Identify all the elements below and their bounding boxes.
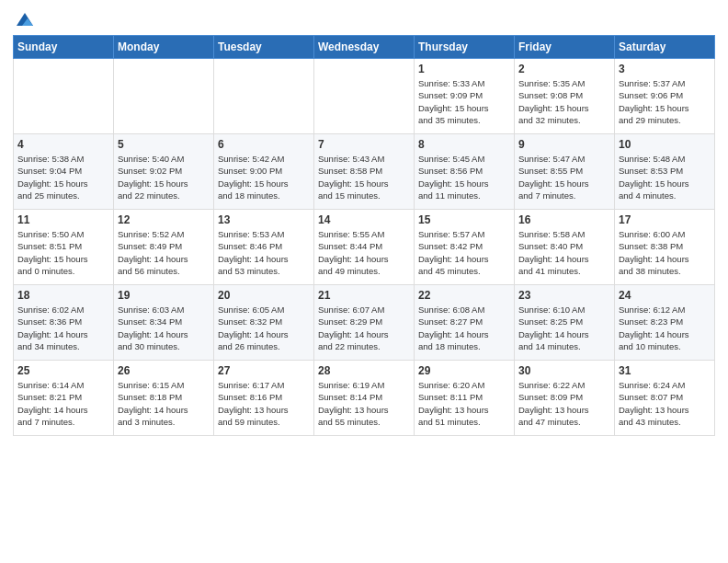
logo-icon: [15, 9, 35, 29]
day-number: 18: [17, 289, 109, 302]
day-number: 9: [518, 138, 610, 151]
calendar-table: SundayMondayTuesdayWednesdayThursdayFrid…: [13, 35, 715, 436]
day-info: Sunrise: 5:47 AMSunset: 8:55 PMDaylight:…: [518, 153, 610, 201]
day-number: 21: [318, 289, 410, 302]
day-info: Sunrise: 6:20 AMSunset: 8:11 PMDaylight:…: [418, 379, 510, 428]
calendar-cell: 3Sunrise: 5:37 AMSunset: 9:06 PMDaylight…: [615, 59, 715, 134]
day-number: 23: [518, 289, 610, 302]
weekday-thursday: Thursday: [415, 36, 515, 59]
day-number: 17: [619, 213, 711, 226]
day-info: Sunrise: 5:53 AMSunset: 8:46 PMDaylight:…: [218, 228, 310, 277]
week-row-4: 18Sunrise: 6:02 AMSunset: 8:36 PMDayligh…: [14, 285, 715, 361]
day-info: Sunrise: 5:40 AMSunset: 9:02 PMDaylight:…: [118, 153, 210, 201]
calendar-cell: 17Sunrise: 6:00 AMSunset: 8:38 PMDayligh…: [615, 210, 715, 285]
day-info: Sunrise: 5:38 AMSunset: 9:04 PMDaylight:…: [17, 153, 109, 201]
day-info: Sunrise: 5:50 AMSunset: 8:51 PMDaylight:…: [17, 228, 109, 277]
logo: [13, 9, 35, 29]
calendar-cell: 20Sunrise: 6:05 AMSunset: 8:32 PMDayligh…: [214, 285, 314, 361]
day-number: 13: [218, 213, 310, 226]
day-info: Sunrise: 6:05 AMSunset: 8:32 PMDaylight:…: [218, 304, 310, 352]
calendar-cell: 10Sunrise: 5:48 AMSunset: 8:53 PMDayligh…: [615, 134, 715, 210]
day-number: 24: [619, 289, 711, 302]
calendar-cell: 16Sunrise: 5:58 AMSunset: 8:40 PMDayligh…: [515, 210, 615, 285]
calendar-cell: [314, 59, 415, 134]
day-number: 28: [318, 364, 410, 377]
day-info: Sunrise: 6:08 AMSunset: 8:27 PMDaylight:…: [418, 304, 510, 352]
day-number: 5: [118, 138, 210, 151]
calendar-cell: 6Sunrise: 5:42 AMSunset: 9:00 PMDaylight…: [214, 134, 314, 210]
calendar-cell: 9Sunrise: 5:47 AMSunset: 8:55 PMDaylight…: [515, 134, 615, 210]
day-info: Sunrise: 6:02 AMSunset: 8:36 PMDaylight:…: [17, 304, 109, 352]
day-info: Sunrise: 6:12 AMSunset: 8:23 PMDaylight:…: [619, 304, 711, 352]
calendar-cell: 23Sunrise: 6:10 AMSunset: 8:25 PMDayligh…: [515, 285, 615, 361]
week-row-3: 11Sunrise: 5:50 AMSunset: 8:51 PMDayligh…: [14, 210, 715, 285]
day-info: Sunrise: 5:35 AMSunset: 9:08 PMDaylight:…: [518, 77, 610, 126]
day-number: 20: [218, 289, 310, 302]
day-number: 4: [17, 138, 109, 151]
calendar-cell: 5Sunrise: 5:40 AMSunset: 9:02 PMDaylight…: [114, 134, 214, 210]
calendar-cell: 2Sunrise: 5:35 AMSunset: 9:08 PMDaylight…: [515, 59, 615, 134]
day-number: 8: [418, 138, 510, 151]
day-info: Sunrise: 6:14 AMSunset: 8:21 PMDaylight:…: [17, 379, 109, 428]
day-number: 29: [418, 364, 510, 377]
header: [13, 9, 715, 29]
calendar-cell: [14, 59, 114, 134]
day-number: 6: [218, 138, 310, 151]
calendar-cell: 24Sunrise: 6:12 AMSunset: 8:23 PMDayligh…: [615, 285, 715, 361]
calendar-cell: 22Sunrise: 6:08 AMSunset: 8:27 PMDayligh…: [415, 285, 515, 361]
calendar-cell: 14Sunrise: 5:55 AMSunset: 8:44 PMDayligh…: [314, 210, 415, 285]
calendar-cell: 29Sunrise: 6:20 AMSunset: 8:11 PMDayligh…: [415, 361, 515, 436]
calendar-cell: 25Sunrise: 6:14 AMSunset: 8:21 PMDayligh…: [14, 361, 114, 436]
day-info: Sunrise: 5:33 AMSunset: 9:09 PMDaylight:…: [418, 77, 510, 126]
weekday-friday: Friday: [515, 36, 615, 59]
day-number: 30: [518, 364, 610, 377]
calendar-cell: 21Sunrise: 6:07 AMSunset: 8:29 PMDayligh…: [314, 285, 415, 361]
day-info: Sunrise: 5:55 AMSunset: 8:44 PMDaylight:…: [318, 228, 410, 277]
day-number: 25: [17, 364, 109, 377]
calendar-cell: 12Sunrise: 5:52 AMSunset: 8:49 PMDayligh…: [114, 210, 214, 285]
day-info: Sunrise: 6:07 AMSunset: 8:29 PMDaylight:…: [318, 304, 410, 352]
day-number: 19: [118, 289, 210, 302]
calendar-cell: [214, 59, 314, 134]
calendar-cell: 13Sunrise: 5:53 AMSunset: 8:46 PMDayligh…: [214, 210, 314, 285]
calendar-cell: 7Sunrise: 5:43 AMSunset: 8:58 PMDaylight…: [314, 134, 415, 210]
calendar-cell: 28Sunrise: 6:19 AMSunset: 8:14 PMDayligh…: [314, 361, 415, 436]
day-number: 3: [619, 63, 711, 75]
calendar-cell: 27Sunrise: 6:17 AMSunset: 8:16 PMDayligh…: [214, 361, 314, 436]
calendar-cell: [114, 59, 214, 134]
day-info: Sunrise: 5:52 AMSunset: 8:49 PMDaylight:…: [118, 228, 210, 277]
day-info: Sunrise: 5:45 AMSunset: 8:56 PMDaylight:…: [418, 153, 510, 201]
calendar-cell: 1Sunrise: 5:33 AMSunset: 9:09 PMDaylight…: [415, 59, 515, 134]
weekday-wednesday: Wednesday: [314, 36, 415, 59]
day-number: 22: [418, 289, 510, 302]
day-number: 31: [619, 364, 711, 377]
day-info: Sunrise: 5:43 AMSunset: 8:58 PMDaylight:…: [318, 153, 410, 201]
day-number: 2: [518, 63, 610, 75]
day-number: 10: [619, 138, 711, 151]
day-number: 14: [318, 213, 410, 226]
week-row-5: 25Sunrise: 6:14 AMSunset: 8:21 PMDayligh…: [14, 361, 715, 436]
day-number: 27: [218, 364, 310, 377]
day-info: Sunrise: 5:57 AMSunset: 8:42 PMDaylight:…: [418, 228, 510, 277]
day-info: Sunrise: 6:22 AMSunset: 8:09 PMDaylight:…: [518, 379, 610, 428]
day-number: 7: [318, 138, 410, 151]
calendar-cell: 19Sunrise: 6:03 AMSunset: 8:34 PMDayligh…: [114, 285, 214, 361]
calendar-cell: 26Sunrise: 6:15 AMSunset: 8:18 PMDayligh…: [114, 361, 214, 436]
day-number: 26: [118, 364, 210, 377]
day-number: 11: [17, 213, 109, 226]
day-info: Sunrise: 6:10 AMSunset: 8:25 PMDaylight:…: [518, 304, 610, 352]
calendar-cell: 8Sunrise: 5:45 AMSunset: 8:56 PMDaylight…: [415, 134, 515, 210]
day-info: Sunrise: 5:58 AMSunset: 8:40 PMDaylight:…: [518, 228, 610, 277]
day-info: Sunrise: 5:42 AMSunset: 9:00 PMDaylight:…: [218, 153, 310, 201]
weekday-monday: Monday: [114, 36, 214, 59]
weekday-tuesday: Tuesday: [214, 36, 314, 59]
day-info: Sunrise: 6:24 AMSunset: 8:07 PMDaylight:…: [619, 379, 711, 428]
calendar-cell: 18Sunrise: 6:02 AMSunset: 8:36 PMDayligh…: [14, 285, 114, 361]
day-number: 1: [418, 63, 510, 75]
day-info: Sunrise: 6:19 AMSunset: 8:14 PMDaylight:…: [318, 379, 410, 428]
day-info: Sunrise: 6:17 AMSunset: 8:16 PMDaylight:…: [218, 379, 310, 428]
day-number: 12: [118, 213, 210, 226]
page-container: SundayMondayTuesdayWednesdayThursdayFrid…: [0, 0, 728, 445]
calendar-cell: 15Sunrise: 5:57 AMSunset: 8:42 PMDayligh…: [415, 210, 515, 285]
calendar-cell: 4Sunrise: 5:38 AMSunset: 9:04 PMDaylight…: [14, 134, 114, 210]
